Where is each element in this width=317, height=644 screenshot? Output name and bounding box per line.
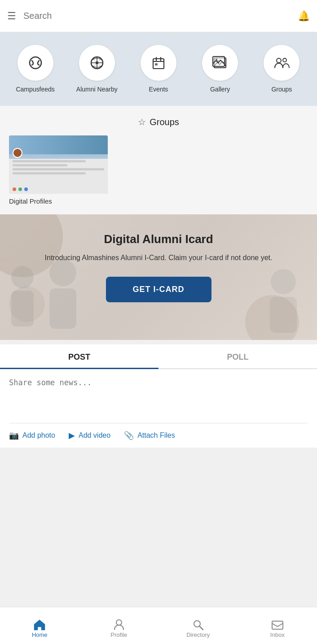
svg-rect-4: [153, 59, 164, 69]
icard-content: Digital Alumni Icard Introducing Almashi…: [0, 214, 317, 316]
nav-item-home[interactable]: Home: [0, 614, 79, 638]
thumb-line-1: [13, 160, 86, 162]
quick-nav-item-alumni-nearby[interactable]: Alumni Nearby: [72, 45, 122, 93]
thumb-lines: [13, 160, 104, 176]
add-photo-label: Add photo: [22, 431, 55, 439]
groups-section-title: ☆ Groups: [9, 117, 308, 127]
svg-rect-8: [155, 63, 158, 65]
quick-nav-item-campusfeeds[interactable]: Campusfeeds: [11, 45, 60, 93]
group-thumbnail: [9, 135, 108, 194]
inbox-nav-icon: [271, 618, 284, 631]
thumb-dot-1: [13, 187, 16, 191]
post-actions: 📷 Add photo ▶ Add video 📎 Attach Files: [0, 423, 317, 448]
campusfeeds-label: Campusfeeds: [16, 85, 54, 93]
add-video-label: Add video: [79, 431, 110, 439]
attach-files-icon: 📎: [124, 431, 134, 440]
svg-point-16: [283, 58, 286, 62]
add-photo-icon: 📷: [9, 431, 19, 440]
home-nav-icon: [33, 618, 46, 631]
quick-nav-item-events[interactable]: Events: [134, 45, 183, 93]
nav-label-inbox: Inbox: [270, 631, 285, 638]
get-icard-button[interactable]: GET I-CARD: [106, 277, 211, 302]
attach-files-label: Attach Files: [137, 431, 175, 439]
svg-line-25: [199, 626, 203, 630]
group-card-label: Digital Profiles: [9, 197, 108, 205]
add-photo-button[interactable]: 📷 Add photo: [9, 431, 55, 440]
groups-label: Groups: [271, 85, 292, 93]
star-icon: ☆: [138, 117, 146, 127]
group-card-digital-profiles[interactable]: Digital Profiles: [9, 135, 108, 205]
svg-point-15: [277, 58, 281, 63]
nav-label-profile: Profile: [110, 631, 127, 638]
directory-nav-icon: [191, 618, 205, 631]
alumni-nearby-icon: [79, 45, 115, 81]
thumb-avatar: [13, 148, 22, 158]
nav-item-profile[interactable]: Profile: [79, 614, 159, 638]
post-input-area: [0, 369, 317, 423]
thumb-dots: [13, 187, 28, 191]
add-video-icon: ▶: [69, 431, 75, 440]
svg-point-23: [116, 620, 122, 625]
gallery-icon: [202, 45, 238, 81]
quick-nav-item-groups[interactable]: Groups: [257, 45, 306, 93]
search-input[interactable]: [23, 11, 298, 21]
post-textarea[interactable]: [9, 378, 308, 414]
icard-title: Digital Alumni Icard: [104, 232, 213, 246]
quick-nav: Campusfeeds Alumni Nearby: [0, 32, 317, 106]
tab-poll[interactable]: POLL: [158, 344, 317, 368]
group-thumbnail-inner: [9, 135, 108, 194]
groups-title-text: Groups: [150, 117, 179, 127]
post-section: POST POLL 📷 Add photo ▶ Add video 📎 Atta…: [0, 344, 317, 448]
gallery-label: Gallery: [210, 85, 230, 93]
groups-section: ☆ Groups Digital Profiles: [0, 106, 317, 214]
top-bar: ☰ 🔔: [0, 0, 317, 32]
nav-label-directory: Directory: [186, 631, 210, 638]
campusfeeds-icon: [18, 45, 53, 81]
icard-description: Introducing Almashines Alumni I-Card. Cl…: [45, 252, 273, 263]
alumni-nearby-label: Alumni Nearby: [76, 85, 118, 93]
events-icon: [141, 45, 176, 81]
nav-item-inbox[interactable]: Inbox: [238, 614, 317, 638]
nav-item-directory[interactable]: Directory: [158, 614, 238, 638]
search-input-wrapper: [23, 11, 298, 21]
thumb-line-4: [13, 172, 86, 174]
tab-post[interactable]: POST: [0, 344, 158, 368]
svg-rect-26: [272, 621, 283, 629]
nav-label-home: Home: [32, 631, 48, 638]
attach-files-button[interactable]: 📎 Attach Files: [124, 431, 175, 440]
add-video-button[interactable]: ▶ Add video: [69, 431, 110, 440]
thumb-line-3: [13, 168, 104, 170]
icard-section: Digital Alumni Icard Introducing Almashi…: [0, 214, 317, 340]
bell-icon[interactable]: 🔔: [298, 10, 310, 22]
events-label: Events: [149, 85, 168, 93]
quick-nav-item-gallery[interactable]: Gallery: [195, 45, 245, 93]
thumb-line-2: [13, 164, 67, 166]
hamburger-icon[interactable]: ☰: [7, 10, 16, 22]
thumb-header-bar: [9, 135, 108, 154]
groups-icon: [264, 45, 299, 81]
thumb-dot-2: [18, 187, 22, 191]
bottom-nav: Home Profile Directory Inbox: [0, 607, 317, 644]
profile-nav-icon: [112, 618, 126, 631]
tab-row: POST POLL: [0, 344, 317, 369]
thumb-dot-3: [24, 187, 28, 191]
